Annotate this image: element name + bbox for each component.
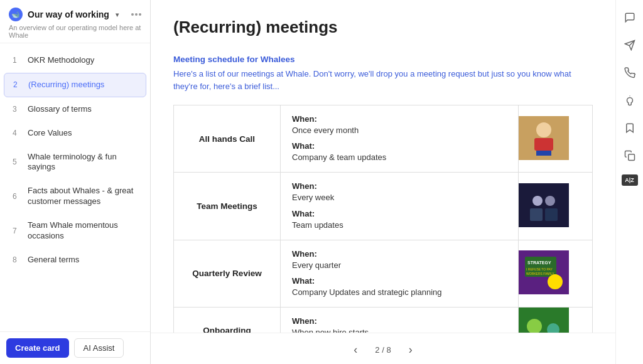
sidebar-item-6[interactable]: 7Team Whale momentous occasions bbox=[4, 214, 146, 248]
nav-num: 5 bbox=[13, 158, 21, 166]
svg-rect-2 bbox=[534, 138, 553, 151]
when-value-3: When new hire starts bbox=[292, 327, 507, 333]
svg-point-15 bbox=[551, 274, 559, 282]
table-row: All hands Call When: Once every month Wh… bbox=[174, 105, 593, 173]
svg-text:I REFUSE TO PAY: I REFUSE TO PAY bbox=[526, 267, 553, 271]
table-row: Team Meetings When: Every week What: Tea… bbox=[174, 173, 593, 240]
meeting-img-1 bbox=[519, 173, 593, 240]
bulb-icon[interactable] bbox=[621, 92, 639, 109]
table-row: Quarterly Review When: Every quarter Wha… bbox=[174, 240, 593, 307]
sidebar: 🐋 Our way of working ▾ An overview of ou… bbox=[0, 0, 151, 364]
sidebar-item-2[interactable]: 3Glossary of terms bbox=[4, 98, 146, 121]
svg-point-1 bbox=[536, 122, 551, 137]
what-value-2: Company Updates and strategic planning bbox=[292, 287, 507, 298]
pagination: ‹ 2 / 8 › bbox=[151, 333, 615, 364]
meeting-name-2: Quarterly Review bbox=[174, 240, 281, 307]
svg-rect-8 bbox=[545, 208, 558, 221]
nav-num: 1 bbox=[13, 56, 21, 65]
svg-rect-4 bbox=[519, 183, 569, 227]
meeting-details-3: When: When new hire starts bbox=[281, 308, 519, 333]
sidebar-footer: Create card AI Assist bbox=[0, 331, 150, 364]
svg-text:WORKERS FAMILY: WORKERS FAMILY bbox=[526, 272, 554, 276]
bookmark-icon[interactable] bbox=[621, 119, 639, 137]
svg-rect-23 bbox=[628, 154, 634, 161]
when-label-3: When: bbox=[292, 316, 507, 326]
what-label-2: What: bbox=[292, 276, 507, 286]
nav-label: Facts about Whales - & great customer me… bbox=[28, 186, 138, 207]
meeting-name-1: Team Meetings bbox=[174, 173, 281, 240]
brand[interactable]: 🐋 Our way of working ▾ bbox=[9, 8, 141, 21]
section-desc: Here's a list of our meetings at Whale. … bbox=[173, 68, 593, 92]
svg-rect-7 bbox=[530, 208, 543, 221]
meetings-table: All hands Call When: Once every month Wh… bbox=[173, 105, 593, 333]
sidebar-item-5[interactable]: 6Facts about Whales - & great customer m… bbox=[4, 179, 146, 213]
sidebar-item-0[interactable]: 1OKR Methodology bbox=[4, 49, 146, 72]
copy-icon[interactable] bbox=[621, 147, 639, 164]
what-value-1: Team updates bbox=[292, 220, 507, 231]
nav-label: Team Whale momentous occasions bbox=[28, 220, 138, 242]
page-info: 2 / 8 bbox=[375, 345, 391, 355]
send-icon[interactable] bbox=[621, 36, 639, 54]
chat-icon[interactable] bbox=[621, 9, 639, 26]
nav-num: 2 bbox=[13, 80, 22, 89]
main-content: (Recurring) meetings Meeting schedule fo… bbox=[151, 0, 615, 333]
ai-assist-button[interactable]: AI Assist bbox=[74, 338, 124, 358]
az-badge[interactable]: A|Z bbox=[622, 174, 638, 186]
meeting-img-0 bbox=[519, 105, 593, 173]
nav-num: 4 bbox=[13, 129, 21, 137]
create-card-button[interactable]: Create card bbox=[6, 338, 69, 358]
when-value-0: Once every month bbox=[292, 125, 507, 136]
svg-text:STRATEGY: STRATEGY bbox=[527, 260, 551, 265]
when-value-1: Every week bbox=[292, 192, 507, 203]
nav-label: Whale terminology & fun sayings bbox=[28, 152, 138, 173]
svg-rect-3 bbox=[536, 151, 551, 156]
meeting-img-3 bbox=[519, 308, 593, 333]
table-row: Onboarding When: When new hire starts bbox=[174, 308, 593, 333]
main-area: (Recurring) meetings Meeting schedule fo… bbox=[151, 0, 615, 364]
when-label-0: When: bbox=[292, 114, 507, 124]
meeting-name-0: All hands Call bbox=[174, 105, 281, 173]
right-panel: A|Z bbox=[615, 0, 643, 364]
nav-num: 6 bbox=[13, 192, 21, 201]
svg-point-6 bbox=[545, 196, 555, 206]
nav-label: (Recurring) meetings bbox=[28, 80, 104, 90]
section-heading: Meeting schedule for Whalees bbox=[173, 55, 593, 64]
svg-point-5 bbox=[532, 196, 543, 206]
meeting-name-3: Onboarding bbox=[174, 308, 281, 333]
page-title: (Recurring) meetings bbox=[173, 18, 593, 37]
brand-icon: 🐋 bbox=[9, 8, 23, 21]
when-value-2: Every quarter bbox=[292, 260, 507, 271]
nav-num: 7 bbox=[13, 227, 21, 235]
nav-label: Core Values bbox=[28, 128, 72, 139]
brand-chevron-icon: ▾ bbox=[116, 11, 119, 18]
sidebar-item-4[interactable]: 5Whale terminology & fun sayings bbox=[4, 146, 146, 179]
sidebar-header: 🐋 Our way of working ▾ An overview of ou… bbox=[0, 0, 150, 43]
nav-label: OKR Methodology bbox=[28, 55, 94, 66]
what-label-0: What: bbox=[292, 141, 507, 151]
next-page-button[interactable]: › bbox=[404, 341, 418, 359]
nav-num: 8 bbox=[13, 255, 21, 264]
when-label-1: When: bbox=[292, 181, 507, 191]
brand-name: Our way of working bbox=[28, 9, 109, 19]
prev-page-button[interactable]: ‹ bbox=[349, 341, 362, 359]
what-label-1: What: bbox=[292, 209, 507, 218]
sidebar-item-3[interactable]: 4Core Values bbox=[4, 122, 146, 145]
svg-rect-16 bbox=[519, 308, 569, 333]
sidebar-nav: 1OKR Methodology2(Recurring) meetings3Gl… bbox=[0, 43, 150, 331]
meeting-details-2: When: Every quarter What: Company Update… bbox=[281, 240, 519, 307]
brand-menu-icon[interactable] bbox=[131, 13, 141, 16]
nav-label: Glossary of terms bbox=[28, 104, 92, 115]
meeting-img-2: STRATEGYI REFUSE TO PAYWORKERS FAMILY bbox=[519, 240, 593, 307]
when-label-2: When: bbox=[292, 249, 507, 259]
what-value-0: Company & team updates bbox=[292, 152, 507, 163]
sidebar-item-1[interactable]: 2(Recurring) meetings bbox=[4, 73, 146, 97]
meeting-details-1: When: Every week What: Team updates bbox=[281, 173, 519, 240]
phone-icon[interactable] bbox=[621, 64, 639, 82]
nav-num: 3 bbox=[13, 105, 21, 114]
brand-subtitle: An overview of our operating model here … bbox=[9, 24, 141, 39]
nav-label: General terms bbox=[28, 255, 79, 265]
sidebar-item-7[interactable]: 8General terms bbox=[4, 249, 146, 272]
meeting-details-0: When: Once every month What: Company & t… bbox=[281, 105, 519, 173]
